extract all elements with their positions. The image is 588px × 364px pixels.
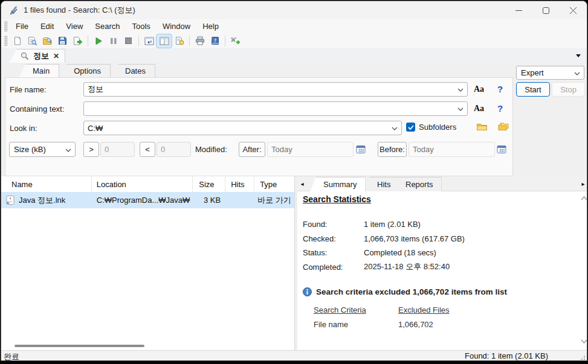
tab-scroll-left-button[interactable]: ◂ bbox=[299, 179, 306, 188]
mode-select[interactable]: Expert bbox=[516, 66, 584, 80]
subfolders-checkbox[interactable]: Subfolders bbox=[406, 123, 456, 132]
export-button[interactable] bbox=[70, 34, 85, 48]
toggle-output-pane-icon bbox=[144, 37, 154, 45]
file-name-help-icon[interactable]: ? bbox=[497, 84, 503, 94]
checkbox-checked-icon bbox=[406, 123, 415, 132]
open-search-button[interactable] bbox=[40, 34, 55, 48]
horizontal-scrollbar-thumb[interactable] bbox=[15, 345, 144, 347]
add-tools-button[interactable] bbox=[228, 34, 243, 48]
help-button[interactable]: ? bbox=[207, 34, 222, 48]
menu-help[interactable]: Help bbox=[196, 21, 225, 32]
tab-options[interactable]: Options bbox=[60, 64, 111, 77]
print-button[interactable] bbox=[192, 34, 207, 48]
search-tab[interactable]: 정보 ✕ bbox=[10, 49, 65, 63]
scroll-up-icon[interactable] bbox=[580, 196, 587, 201]
column-header-type[interactable]: Type bbox=[254, 176, 294, 192]
file-name-label: File name: bbox=[10, 85, 47, 94]
toolbar-separator bbox=[189, 36, 190, 46]
calendar-icon[interactable] bbox=[356, 144, 366, 154]
resize-grip-icon[interactable] bbox=[579, 354, 586, 360]
horizontal-scrollbar[interactable] bbox=[1, 344, 293, 348]
toolbar: ? bbox=[1, 33, 587, 49]
menu-tools[interactable]: Tools bbox=[126, 21, 157, 32]
stat-label: Status: bbox=[303, 248, 364, 257]
column-header-location[interactable]: Location bbox=[92, 176, 193, 192]
menu-window[interactable]: Window bbox=[157, 21, 196, 32]
menu-search[interactable]: Search bbox=[89, 21, 126, 32]
tab-summary[interactable]: Summary bbox=[310, 177, 366, 191]
export-icon bbox=[73, 36, 83, 46]
tab-reports[interactable]: Reports bbox=[392, 177, 442, 191]
start-button[interactable]: Start bbox=[516, 82, 550, 97]
save-button[interactable] bbox=[55, 34, 70, 48]
open-results-button[interactable] bbox=[25, 34, 40, 48]
report-options-icon bbox=[175, 36, 184, 45]
save-icon bbox=[58, 36, 67, 45]
copy-path-folders-icon[interactable] bbox=[497, 122, 509, 132]
menu-file[interactable]: File bbox=[10, 21, 34, 32]
criteria-row: File name 1,066,702 bbox=[314, 317, 578, 331]
size-unit-select[interactable]: Size (kB) bbox=[9, 142, 76, 157]
size-min-input[interactable] bbox=[100, 142, 135, 157]
toggle-output-pane-button[interactable] bbox=[141, 34, 157, 48]
magnifier-icon bbox=[21, 52, 29, 60]
subfolders-label: Subfolders bbox=[419, 123, 456, 132]
open-search-icon bbox=[42, 36, 53, 46]
browse-folder-icon[interactable] bbox=[476, 122, 488, 132]
before-button[interactable]: Before: bbox=[378, 142, 407, 157]
toolbar-separator bbox=[138, 36, 139, 46]
stat-completed: Completed: 2025-11-18 오후 8:52:40 bbox=[303, 260, 578, 275]
criteria-header[interactable]: Search Criteria bbox=[314, 305, 398, 315]
toggle-preview-pane-button[interactable] bbox=[157, 34, 172, 48]
stat-label: Checked: bbox=[303, 234, 364, 243]
menubar-gripper[interactable] bbox=[4, 21, 7, 31]
result-name: Java 정보.lnk bbox=[19, 195, 65, 206]
file-name-input[interactable] bbox=[83, 82, 468, 97]
column-header-hits[interactable]: Hits bbox=[225, 176, 254, 192]
excluded-header[interactable]: Excluded Files bbox=[398, 305, 450, 315]
tab-dates[interactable]: Dates bbox=[112, 64, 155, 77]
match-case-button[interactable]: Aa bbox=[474, 104, 484, 113]
column-header-name[interactable]: Name bbox=[1, 176, 92, 192]
toolbar-gripper[interactable] bbox=[4, 36, 7, 46]
size-less-button[interactable]: < bbox=[140, 142, 155, 157]
after-date-input[interactable] bbox=[267, 142, 354, 157]
toggle-preview-pane-icon bbox=[160, 37, 169, 45]
calendar-icon[interactable] bbox=[497, 144, 506, 154]
size-greater-button[interactable]: > bbox=[83, 142, 99, 157]
size-max-input[interactable] bbox=[157, 142, 191, 157]
result-row[interactable]: Java 정보.lnk C:₩ProgramDa...₩Java₩ 3 KB 바… bbox=[1, 192, 294, 208]
result-location: C:₩ProgramDa...₩Java₩ bbox=[92, 196, 193, 205]
menu-view[interactable]: View bbox=[60, 21, 89, 32]
match-case-button[interactable]: Aa bbox=[474, 85, 484, 94]
chevron-down-icon bbox=[574, 72, 580, 75]
tab-scroll-right-button[interactable]: ▸ bbox=[580, 179, 587, 188]
maximize-icon bbox=[543, 7, 549, 14]
column-header-size[interactable]: Size bbox=[193, 176, 225, 192]
menu-edit[interactable]: Edit bbox=[34, 21, 60, 32]
tab-main[interactable]: Main bbox=[19, 64, 59, 77]
start-search-button[interactable] bbox=[91, 34, 106, 48]
scroll-down-icon[interactable] bbox=[580, 339, 587, 344]
stop-search-button[interactable] bbox=[121, 34, 136, 48]
maximize-button[interactable] bbox=[532, 1, 560, 19]
tab-close-icon[interactable]: ✕ bbox=[53, 52, 59, 60]
search-tab-bar: 정보 ✕ bbox=[1, 48, 587, 63]
new-search-button[interactable] bbox=[10, 34, 25, 48]
containing-text-input[interactable] bbox=[83, 101, 468, 116]
tab-overflow-button[interactable] bbox=[573, 51, 583, 60]
before-date-input[interactable] bbox=[409, 142, 495, 157]
report-options-button[interactable] bbox=[172, 34, 187, 48]
containing-text-help-icon[interactable]: ? bbox=[497, 103, 503, 113]
close-button[interactable] bbox=[560, 1, 587, 19]
vertical-scrollbar[interactable] bbox=[580, 192, 587, 348]
window-title: 1 files found - Search: C:\ (정보) bbox=[24, 5, 135, 16]
look-in-input[interactable] bbox=[83, 121, 402, 135]
pause-search-button[interactable] bbox=[106, 34, 121, 48]
minimize-button[interactable] bbox=[505, 1, 532, 19]
svg-text:?: ? bbox=[214, 38, 216, 43]
stop-button[interactable]: Stop bbox=[552, 82, 585, 97]
mode-value: Expert bbox=[521, 68, 544, 77]
toolbar-separator bbox=[88, 36, 88, 46]
after-button[interactable]: After: bbox=[239, 142, 265, 157]
